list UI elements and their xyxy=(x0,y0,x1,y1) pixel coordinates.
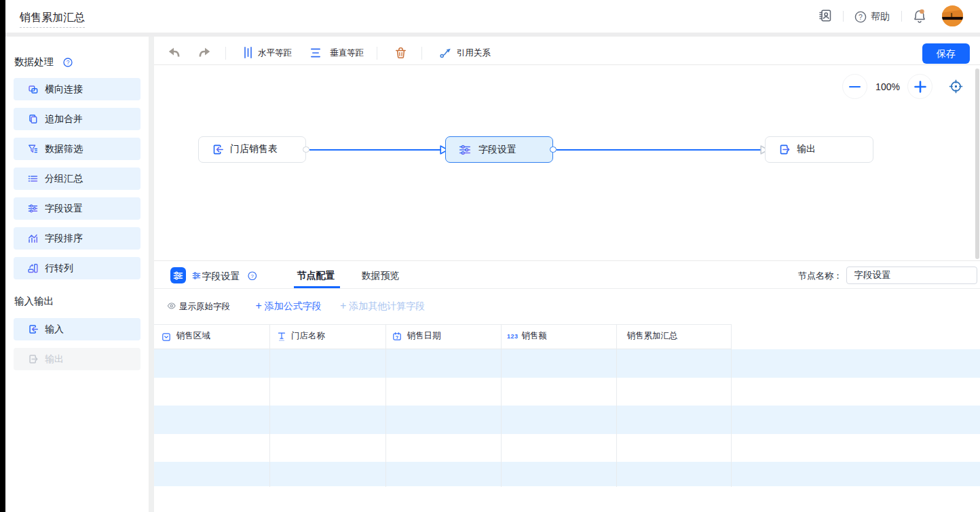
svg-text:?: ? xyxy=(859,13,863,21)
svg-text:?: ? xyxy=(250,273,253,279)
svg-text:?: ? xyxy=(67,59,70,66)
